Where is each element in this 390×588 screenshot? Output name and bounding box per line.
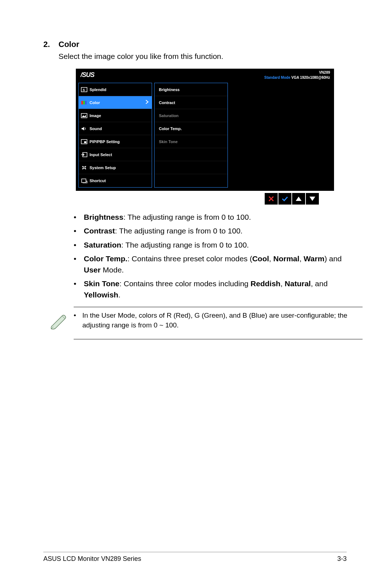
close-button[interactable]	[265, 193, 278, 205]
note-rule-top	[74, 307, 363, 307]
bullet-contrast: Contrast: The adjusting range is from 0 …	[74, 226, 347, 236]
bullet-list: Brightness: The adjusting range is from …	[74, 212, 347, 300]
osd-mode: Standard Mode VGA 1920x1080@60Hz	[264, 76, 330, 80]
menu-item-splendid[interactable]: S Splendid	[79, 83, 152, 96]
color-icon	[79, 100, 90, 105]
section-number: 2.	[43, 40, 58, 49]
submenu-label: Skin Tone	[155, 140, 178, 144]
menu-label: Color	[90, 100, 152, 105]
osd-right-menu: Brightness Contract Saturation Color Tem…	[154, 83, 228, 188]
footer-left: ASUS LCD Monitor VN289 Series	[43, 555, 141, 563]
osd-mode-label: Standard Mode	[264, 76, 290, 80]
note-block: In the User Mode, colors of R (Red), G (…	[74, 307, 363, 339]
pip-icon	[79, 139, 90, 144]
menu-item-color[interactable]: Color	[79, 96, 152, 109]
submenu-contract[interactable]: Contract	[155, 96, 228, 109]
confirm-button[interactable]	[278, 193, 291, 205]
svg-text:S: S	[83, 88, 85, 92]
svg-rect-2	[81, 101, 83, 104]
osd-mode-signal: VGA 1920x1080@60Hz	[291, 76, 330, 80]
menu-item-sound[interactable]: Sound	[79, 122, 152, 135]
svg-rect-7	[84, 141, 86, 143]
footer-rule	[43, 552, 347, 552]
pencil-icon	[48, 311, 74, 334]
osd-controls	[76, 193, 334, 205]
osd-header: /SUS VN289 Standard Mode VGA 1920x1080@6…	[76, 69, 334, 82]
menu-label: Shortcut	[90, 179, 152, 183]
menu-label: PIP/PBP Setting	[90, 140, 152, 144]
section-intro: Select the image color you like from thi…	[58, 52, 347, 61]
submenu-label: Brightness	[155, 87, 179, 92]
sound-icon	[79, 126, 90, 131]
bullet-brightness: Brightness: The adjusting range is from …	[74, 212, 347, 223]
submenu-empty	[155, 174, 228, 187]
menu-label: System Setup	[90, 166, 152, 170]
section-title: Color	[58, 40, 79, 49]
submenu-label: Color Temp.	[155, 126, 182, 131]
submenu-label: Saturation	[155, 113, 178, 118]
osd-model: VN289	[319, 70, 330, 74]
menu-item-shortcut[interactable]: Shortcut	[79, 174, 152, 187]
shortcut-icon	[79, 178, 90, 183]
osd-screenshot: /SUS VN289 Standard Mode VGA 1920x1080@6…	[76, 69, 334, 191]
image-icon	[79, 113, 90, 118]
submenu-empty	[155, 148, 228, 161]
menu-item-image[interactable]: Image	[79, 109, 152, 122]
svg-rect-3	[83, 101, 85, 104]
menu-item-input[interactable]: Input Select	[79, 148, 152, 161]
svg-point-9	[83, 167, 85, 168]
menu-item-system[interactable]: System Setup	[79, 161, 152, 174]
chevron-right-icon	[145, 99, 149, 106]
svg-rect-5	[81, 113, 87, 118]
footer-right: 3-3	[337, 555, 347, 563]
submenu-brightness[interactable]: Brightness	[155, 83, 228, 96]
up-button[interactable]	[292, 193, 305, 205]
note-text: In the User Mode, colors of R (Red), G (…	[74, 311, 363, 330]
submenu-saturation[interactable]: Saturation	[155, 109, 228, 122]
submenu-empty	[155, 161, 228, 174]
svg-rect-10	[82, 179, 86, 183]
osd-left-menu: S Splendid Color	[78, 83, 152, 188]
menu-label: Input Select	[90, 153, 152, 157]
menu-label: Splendid	[90, 87, 152, 92]
section-heading: 2.Color	[43, 40, 347, 49]
menu-label: Sound	[90, 126, 152, 131]
down-button[interactable]	[306, 193, 319, 205]
menu-label: Image	[90, 113, 152, 118]
bullet-saturation: Saturation: The adjusting range is from …	[74, 240, 347, 250]
asus-logo: /SUS	[81, 71, 94, 79]
input-icon	[79, 152, 90, 157]
submenu-colortemp[interactable]: Color Temp.	[155, 122, 228, 135]
menu-item-pip[interactable]: PIP/PBP Setting	[79, 135, 152, 148]
bullet-skintone: Skin Tone: Contains three color modes in…	[74, 278, 347, 300]
page-footer: ASUS LCD Monitor VN289 Series 3-3	[43, 552, 347, 563]
submenu-skintone[interactable]: Skin Tone	[155, 135, 228, 148]
splendid-icon: S	[79, 87, 90, 92]
submenu-label: Contract	[155, 100, 175, 105]
bullet-colortemp: Color Temp.: Contains three preset color…	[74, 253, 347, 275]
note-rule-bottom	[74, 339, 363, 339]
system-icon	[79, 165, 90, 170]
svg-rect-4	[85, 101, 87, 104]
